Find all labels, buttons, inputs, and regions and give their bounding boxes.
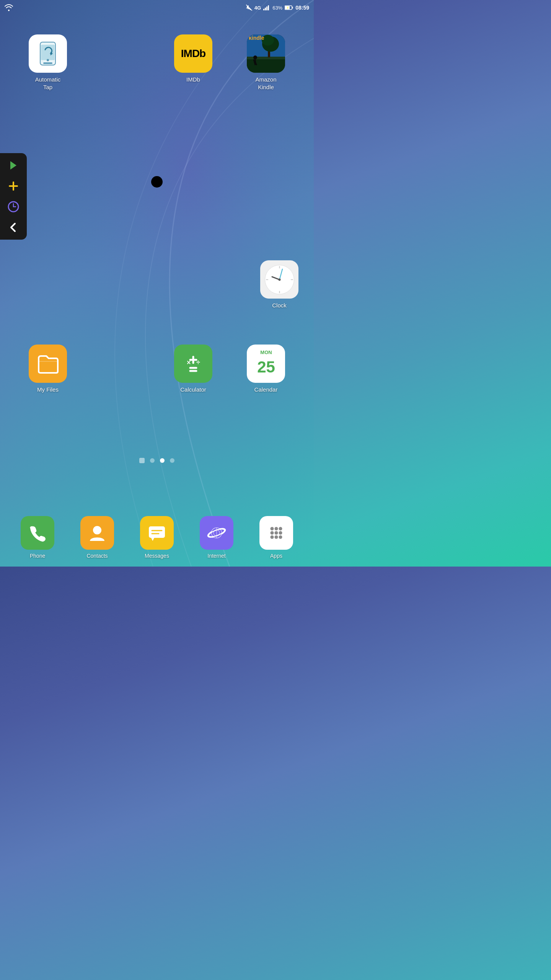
calendar-day-label: 25: [257, 358, 275, 376]
page-indicator-1[interactable]: [150, 458, 155, 463]
battery-percent: 63%: [272, 5, 282, 11]
svg-point-65: [271, 531, 274, 535]
auto-tap-svg: [34, 40, 61, 67]
floating-toolbar: [0, 153, 27, 240]
app-my-files[interactable]: My Files: [25, 345, 71, 394]
app-icon-myfiles: [29, 345, 67, 383]
page-indicators: [139, 458, 174, 463]
app-icon-imdb: IMDb: [174, 34, 212, 73]
middle-app-row: Clock: [256, 260, 302, 309]
app-automatic-tap[interactable]: AutomaticTap: [25, 34, 71, 91]
status-bar: 4G 63% 08:59: [0, 0, 314, 15]
toolbar-add-button[interactable]: [6, 178, 21, 194]
kindle-inner: kindle: [247, 34, 285, 73]
dock-internet[interactable]: Internet: [196, 516, 238, 559]
dock-label-internet: Internet: [207, 553, 225, 559]
app-label-imdb: IMDb: [186, 76, 200, 83]
app-calculator[interactable]: × ÷ Calculator: [170, 345, 216, 394]
clock-face-svg: [261, 261, 298, 298]
svg-rect-3: [263, 9, 264, 10]
battery-icon: [285, 5, 293, 10]
app-icon-kindle: kindle: [247, 34, 285, 73]
svg-point-25: [253, 56, 257, 59]
page-indicator-3[interactable]: [170, 458, 174, 463]
dock-icon-apps: [259, 516, 293, 550]
phone-icon: [28, 523, 47, 542]
app-label-calendar: Calendar: [254, 386, 278, 394]
dock-messages[interactable]: Messages: [136, 516, 178, 559]
calendar-month-label: MON: [260, 350, 272, 355]
svg-text:kindle: kindle: [249, 35, 264, 41]
dock-phone[interactable]: Phone: [16, 516, 59, 559]
dock-label-messages: Messages: [145, 553, 169, 559]
svg-rect-8: [292, 7, 293, 9]
svg-point-16: [47, 59, 49, 61]
dock-contacts[interactable]: Contacts: [76, 516, 118, 559]
contacts-icon: [88, 523, 107, 542]
dock-icon-internet: [200, 516, 233, 550]
svg-point-63: [275, 527, 278, 531]
dock-apps[interactable]: Apps: [255, 516, 297, 559]
svg-point-70: [279, 536, 282, 539]
svg-rect-20: [247, 59, 285, 73]
svg-rect-15: [43, 62, 52, 64]
status-left: [5, 4, 13, 11]
svg-marker-27: [10, 161, 16, 170]
svg-point-68: [271, 536, 274, 539]
dock-label-phone: Phone: [30, 553, 45, 559]
wifi-icon: [5, 4, 13, 11]
time-display: 08:59: [295, 5, 309, 11]
svg-point-64: [279, 527, 282, 531]
svg-point-41: [278, 278, 280, 281]
top-app-row: AutomaticTap IMDb IMDb: [0, 34, 314, 91]
network-type: 4G: [254, 5, 261, 11]
toolbar-clock-button[interactable]: [6, 199, 21, 214]
clock-toolbar-icon: [7, 201, 20, 213]
dock-icon-messages: [140, 516, 174, 550]
page-indicator-home[interactable]: [139, 458, 145, 463]
back-icon: [8, 222, 19, 233]
dock-label-contacts: Contacts: [86, 553, 108, 559]
svg-point-62: [271, 527, 274, 531]
svg-point-69: [275, 536, 278, 539]
add-icon: [8, 181, 19, 191]
dock-label-apps: Apps: [270, 553, 282, 559]
svg-rect-52: [149, 526, 165, 538]
svg-text:÷: ÷: [196, 359, 200, 366]
internet-icon: [207, 523, 226, 542]
app-label-calculator: Calculator: [180, 386, 206, 394]
dock: Phone Contacts Messages: [0, 516, 314, 559]
app-calendar[interactable]: MON 25 Calendar: [243, 345, 289, 394]
status-right: 4G 63% 08:59: [246, 5, 309, 11]
svg-point-51: [93, 526, 101, 534]
bottom-app-row: My Files × ÷ Calculator MON 25: [0, 345, 314, 394]
toolbar-back-button[interactable]: [6, 220, 21, 235]
app-imdb[interactable]: IMDb IMDb: [170, 34, 216, 91]
svg-rect-6: [268, 5, 269, 10]
app-icon-clock: [260, 260, 298, 299]
myfiles-svg: [36, 351, 60, 376]
calendar-svg: MON 25: [248, 346, 284, 382]
svg-point-66: [275, 531, 278, 535]
app-label-myfiles: My Files: [37, 386, 59, 394]
svg-point-67: [279, 531, 282, 535]
toolbar-play-button[interactable]: [6, 158, 21, 173]
app-icon-calculator: × ÷: [174, 345, 212, 383]
app-label-kindle: AmazonKindle: [255, 76, 276, 91]
center-dot: [151, 176, 163, 188]
dock-icon-contacts: [80, 516, 114, 550]
app-label-automatic-tap: AutomaticTap: [35, 76, 61, 91]
apps-icon: [267, 523, 286, 542]
imdb-text: IMDb: [181, 47, 205, 60]
messages-icon: [147, 523, 166, 542]
app-icon-calendar: MON 25: [247, 345, 285, 383]
play-icon: [8, 160, 19, 171]
app-icon-automatic-tap: [29, 34, 67, 73]
app-clock[interactable]: Clock: [256, 260, 302, 309]
page-indicator-2[interactable]: [160, 458, 165, 463]
svg-text:×: ×: [187, 359, 191, 366]
app-amazon-kindle[interactable]: kindle AmazonKindle: [243, 34, 289, 91]
calculator-svg: × ÷: [181, 351, 206, 376]
signal-icon: [263, 5, 270, 10]
svg-rect-4: [265, 8, 266, 10]
